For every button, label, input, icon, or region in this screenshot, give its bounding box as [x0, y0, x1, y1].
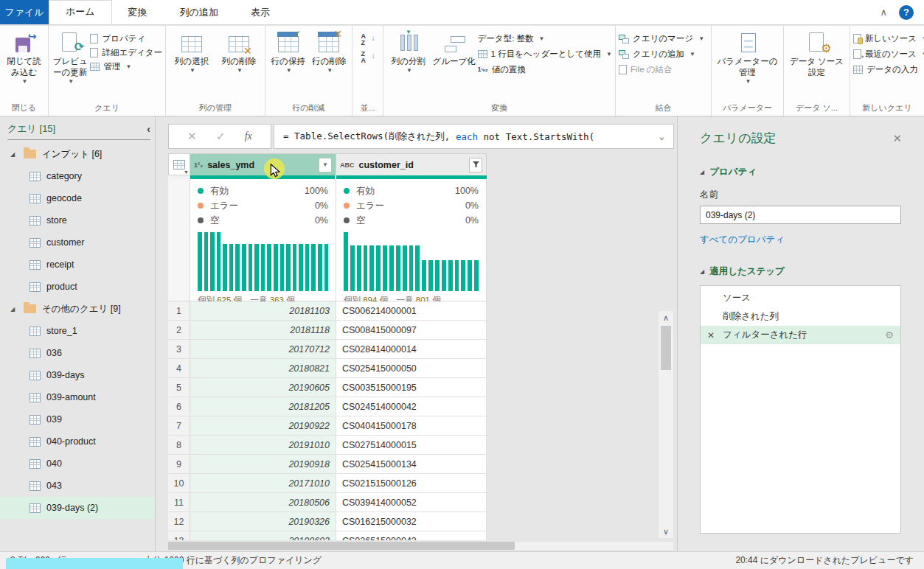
- refresh-preview-button[interactable]: ⟳ プレビューの更新▼: [52, 29, 88, 102]
- row-number-cell[interactable]: 4: [168, 359, 190, 378]
- enter-data-button[interactable]: データの入力: [853, 64, 924, 75]
- customer-id-cell[interactable]: CS028414000014: [336, 340, 487, 359]
- text-type-icon[interactable]: ABC: [340, 161, 355, 169]
- customer-id-cell[interactable]: CS025415000050: [336, 359, 487, 378]
- replace-values-button[interactable]: 1⤷₂値の置換: [478, 64, 612, 75]
- customer-id-cell[interactable]: CS021515000126: [336, 474, 487, 493]
- sidebar-item-040-product[interactable]: 040-product: [0, 430, 155, 453]
- use-first-row-button[interactable]: 1 行目をヘッダーとして使用▼: [478, 49, 612, 60]
- sidebar-item-category[interactable]: category: [0, 165, 155, 187]
- sidebar-item-039-days[interactable]: 039-days: [0, 364, 155, 386]
- sidebar-item-store-1[interactable]: store_1: [0, 320, 155, 342]
- sales-ymd-cell[interactable]: 20190922: [190, 416, 336, 436]
- sidebar-item-039[interactable]: 039: [0, 408, 155, 430]
- sidebar-folder[interactable]: ◢その他のクエリ [9]: [0, 298, 155, 320]
- customer-id-cell[interactable]: CS024514000042: [336, 397, 487, 416]
- close-pane-icon[interactable]: ✕: [892, 132, 902, 145]
- horizontal-scrollbar-thumb[interactable]: [168, 542, 515, 550]
- scroll-down-icon[interactable]: ∨: [659, 525, 673, 538]
- sidebar-item-036[interactable]: 036: [0, 342, 155, 364]
- sidebar-item-043[interactable]: 043: [0, 475, 155, 497]
- tab-add-column[interactable]: 列の追加: [164, 0, 235, 24]
- append-queries-button[interactable]: クエリの追加▼: [619, 49, 704, 60]
- sales-ymd-cell[interactable]: 20180821: [190, 359, 336, 378]
- sales-ymd-cell[interactable]: 20190918: [190, 455, 336, 474]
- tab-file[interactable]: ファイル: [0, 0, 49, 24]
- column-filter-dropdown[interactable]: ▼: [319, 158, 332, 172]
- vertical-scrollbar[interactable]: ∧ ∨: [659, 311, 673, 538]
- applied-step[interactable]: 削除された列: [701, 307, 900, 326]
- recent-sources-button[interactable]: ◔最近のソース▼: [853, 49, 924, 60]
- sidebar-item-040[interactable]: 040: [0, 453, 155, 475]
- tab-home[interactable]: ホーム: [49, 0, 112, 24]
- sales-ymd-cell[interactable]: 20190605: [190, 378, 336, 397]
- sales-ymd-cell[interactable]: 20170712: [190, 340, 336, 359]
- customer-id-cell[interactable]: CS003515000195: [336, 378, 487, 397]
- row-number-cell[interactable]: 5: [168, 378, 190, 397]
- row-number-cell[interactable]: 13: [168, 531, 190, 540]
- row-number-cell[interactable]: 9: [168, 455, 190, 474]
- sales-ymd-cell[interactable]: 20181118: [190, 321, 336, 340]
- expand-formula-icon[interactable]: ⌄: [659, 131, 664, 142]
- merge-queries-button[interactable]: クエリのマージ▼: [619, 33, 704, 44]
- row-number-cell[interactable]: 3: [168, 340, 190, 359]
- customer-id-cell[interactable]: CS025415000134: [336, 455, 487, 474]
- sidebar-item-geocode[interactable]: geocode: [0, 187, 155, 209]
- expander-icon[interactable]: ◢: [10, 306, 18, 313]
- remove-rows-button[interactable]: ✕ 行の削除▼: [310, 29, 350, 102]
- row-number-cell[interactable]: 12: [168, 512, 190, 531]
- all-properties-link[interactable]: すべてのプロパティ: [700, 234, 902, 246]
- choose-columns-button[interactable]: 列の選択▼: [169, 29, 215, 102]
- column-header-sales-ymd[interactable]: 1²₃ sales_ymd ▼: [190, 153, 336, 175]
- collapse-section-icon[interactable]: ◢: [700, 268, 704, 275]
- data-type-button[interactable]: データ型: 整数▼: [478, 33, 612, 44]
- row-number-cell[interactable]: 6: [168, 397, 190, 416]
- customer-id-cell[interactable]: CS016215000032: [336, 512, 487, 531]
- manage-button[interactable]: 管理▼: [90, 61, 162, 72]
- gear-icon[interactable]: ⚙: [885, 329, 894, 341]
- sort-descending-button[interactable]: ZA↓: [361, 51, 375, 63]
- datasource-settings-button[interactable]: ⚙ データ ソース設定: [789, 29, 845, 102]
- applied-steps-section-header[interactable]: ◢適用したステップ: [700, 265, 902, 278]
- help-button[interactable]: ?: [899, 5, 914, 20]
- sidebar-item-customer[interactable]: customer: [0, 231, 155, 254]
- customer-id-cell[interactable]: CS027514000015: [336, 436, 487, 455]
- split-column-button[interactable]: ▼ 列の分割▼: [386, 29, 431, 102]
- sidebar-item-receipt[interactable]: receipt: [0, 254, 155, 276]
- numeric-type-icon[interactable]: 1²₃: [194, 161, 203, 169]
- sidebar-item-039-amount[interactable]: 039-amount: [0, 386, 155, 408]
- close-and-load-button[interactable]: ↪ 閉じて読み込む▼: [3, 29, 45, 102]
- applied-step[interactable]: ソース: [701, 289, 900, 307]
- advanced-editor-button[interactable]: 詳細エディター: [90, 47, 162, 58]
- customer-id-cell[interactable]: CS008415000097: [336, 321, 487, 340]
- keep-rows-button[interactable]: ✓ 行の保持▼: [268, 29, 308, 102]
- group-by-button[interactable]: グループ化: [432, 29, 476, 102]
- tab-transform[interactable]: 変換: [112, 0, 164, 24]
- collapse-ribbon-icon[interactable]: ∧: [880, 7, 887, 18]
- query-name-input[interactable]: [700, 206, 901, 224]
- cancel-formula-icon[interactable]: ✕: [187, 130, 197, 143]
- formula-bar-input[interactable]: = Table.SelectRows(削除された列, each not Text…: [274, 124, 674, 149]
- row-number-cell[interactable]: 8: [168, 436, 190, 455]
- column-filter-active-icon[interactable]: [469, 158, 482, 172]
- customer-id-cell[interactable]: CS026515000042: [336, 531, 487, 540]
- tab-view[interactable]: 表示: [235, 0, 286, 24]
- applied-step[interactable]: ✕フィルターされた行⚙: [701, 326, 900, 344]
- select-all-button[interactable]: ▼: [168, 153, 190, 175]
- sidebar-folder[interactable]: ◢インプット [6]: [0, 143, 155, 165]
- customer-id-cell[interactable]: CS006214000001: [336, 301, 487, 321]
- customer-id-cell[interactable]: CS040415000178: [336, 416, 487, 436]
- sales-ymd-cell[interactable]: 20190603: [190, 531, 336, 540]
- vertical-scrollbar-thumb[interactable]: [661, 326, 671, 370]
- manage-parameters-button[interactable]: パラメーターの管理▼: [717, 29, 779, 102]
- sidebar-item-039-days-2-[interactable]: 039-days (2): [0, 497, 155, 519]
- new-source-button[interactable]: 新しいソース▼: [853, 33, 924, 44]
- sales-ymd-cell[interactable]: 20191010: [190, 436, 336, 455]
- sort-ascending-button[interactable]: AZ↓: [361, 33, 375, 45]
- horizontal-scrollbar[interactable]: [168, 542, 673, 550]
- row-number-cell[interactable]: 2: [168, 321, 190, 340]
- row-number-cell[interactable]: 11: [168, 493, 190, 512]
- sales-ymd-cell[interactable]: 20181103: [190, 301, 336, 321]
- column-header-customer-id[interactable]: ABC customer_id: [336, 153, 487, 175]
- delete-step-icon[interactable]: ✕: [707, 330, 715, 341]
